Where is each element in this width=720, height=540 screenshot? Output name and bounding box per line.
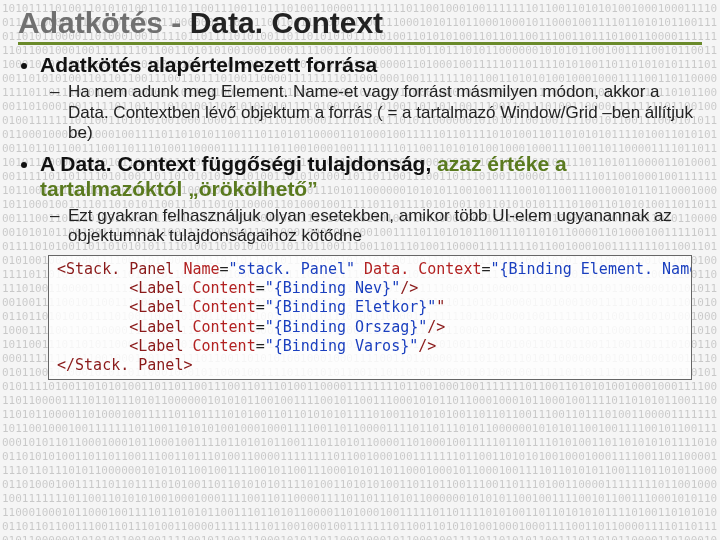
- bullet-1-sub: Ha nem adunk meg Element. Name-et vagy f…: [68, 82, 702, 144]
- title-prefix: Adatkötés -: [18, 6, 190, 39]
- code-v4: "{Binding Varos}": [265, 337, 419, 355]
- title-main: Data. Context: [190, 6, 383, 39]
- code-dc-attr: Data. Context: [364, 260, 481, 278]
- bullet-2: A Data. Context függőségi tulajdonság, a…: [40, 152, 702, 247]
- bullet-2-text-a: A Data. Context függőségi tulajdonság,: [40, 152, 437, 175]
- code-content-2: Content: [192, 298, 255, 316]
- code-label-4: Label: [138, 337, 183, 355]
- bullet-1-text: Adatkötés alapértelmezett forrása: [40, 53, 377, 76]
- code-name-val: "stack. Panel": [229, 260, 355, 278]
- code-content-1: Content: [192, 279, 255, 297]
- code-label-3: Label: [138, 318, 183, 336]
- code-label-1: Label: [138, 279, 183, 297]
- code-name-attr: Name: [183, 260, 219, 278]
- code-v2: "{Binding Eletkor}": [265, 298, 437, 316]
- code-v3: "{Binding Orszag}": [265, 318, 428, 336]
- bullet-2-sub: Ezt gyakran felhasználjuk olyan esetekbe…: [68, 206, 702, 247]
- code-v1: "{Binding Nev}": [265, 279, 400, 297]
- bullet-1: Adatkötés alapértelmezett forrása Ha nem…: [40, 53, 702, 144]
- code-dc-val: "{Binding Element. Name=combo. Box. Szem…: [491, 260, 693, 278]
- title-underline: [18, 42, 702, 45]
- slide-content: Adatkötés - Data. Context Adatkötés alap…: [0, 0, 720, 384]
- code-content-3: Content: [192, 318, 255, 336]
- code-close-tag: Stack. Panel: [75, 356, 183, 374]
- code-open-tag: Stack. Panel: [66, 260, 174, 278]
- bullet-list: Adatkötés alapértelmezett forrása Ha nem…: [18, 53, 702, 247]
- code-label-2: Label: [138, 298, 183, 316]
- code-example: <Stack. Panel Name="stack. Panel" Data. …: [48, 255, 692, 380]
- code-content-4: Content: [192, 337, 255, 355]
- slide-title: Adatkötés - Data. Context: [18, 6, 702, 40]
